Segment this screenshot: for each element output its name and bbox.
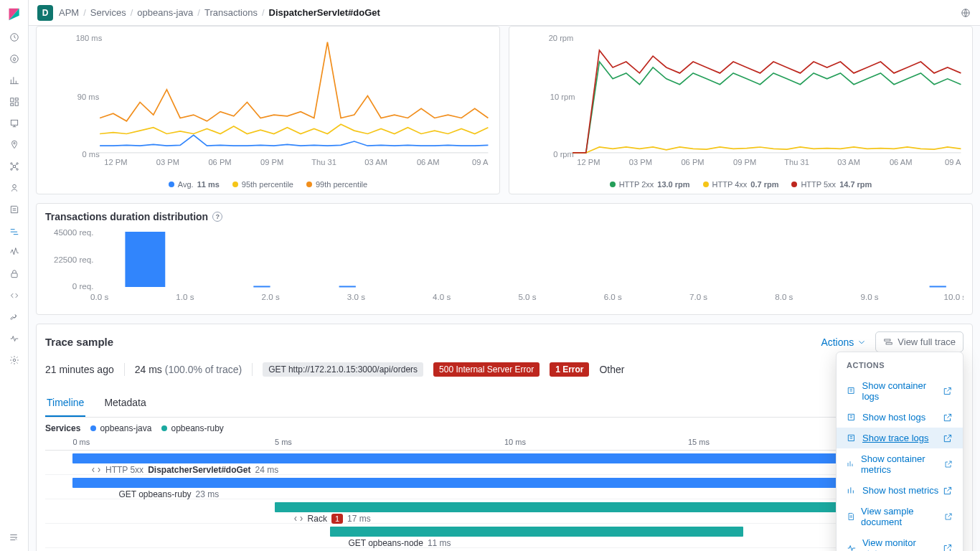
popover-item[interactable]: Show container metrics (837, 448, 963, 480)
logs-icon[interactable] (9, 204, 20, 215)
distribution-title: Transactions duration distribution (45, 211, 208, 222)
legend-5xx: HTTP 5xx (801, 180, 836, 189)
metrics-icon[interactable] (9, 182, 20, 194)
duration-chart-panel: 180 ms 90 ms 0 ms 12 PM03 PM06 PM09 PMTh… (36, 26, 500, 194)
maps-icon[interactable] (9, 139, 20, 151)
breadcrumb-apm[interactable]: APM (59, 7, 79, 18)
svg-rect-60 (886, 342, 892, 344)
rpm-legend: HTTP 2xx 13.0 rpm HTTP 4xx 0.7 rpm HTTP … (517, 177, 965, 192)
svg-text:2.0 s: 2.0 s (262, 293, 281, 301)
svg-text:45000 req.: 45000 req. (54, 229, 94, 237)
breadcrumb-service[interactable]: opbeans-java (137, 7, 193, 18)
actions-popover: ACTIONS Show container logsShow host log… (836, 352, 963, 551)
legend-95th: 95th percentile (242, 180, 293, 189)
popover-item[interactable]: Show host metrics (837, 480, 963, 501)
external-link-icon (943, 433, 953, 443)
svg-rect-47 (930, 286, 946, 287)
service-java: opbeans-java (100, 423, 151, 433)
svg-text:12 PM: 12 PM (104, 158, 127, 166)
svg-point-9 (10, 163, 11, 164)
svg-text:09 A: 09 A (945, 158, 961, 166)
svg-text:0 req.: 0 req. (72, 283, 94, 291)
svg-text:12 PM: 12 PM (577, 158, 600, 166)
actions-dropdown[interactable]: Actions (821, 336, 867, 348)
external-link-icon (943, 543, 953, 551)
svg-point-7 (13, 143, 14, 144)
apm-icon[interactable] (9, 225, 20, 237)
span-row[interactable]: Rack117 ms (45, 499, 963, 524)
external-link-icon (943, 413, 953, 423)
tab-timeline[interactable]: Timeline (45, 390, 85, 417)
duration-chart: 180 ms 90 ms 0 ms 12 PM03 PM06 PM09 PMTh… (44, 31, 492, 177)
svg-text:22500 req.: 22500 req. (54, 256, 94, 264)
space-badge[interactable]: D (37, 5, 53, 21)
span-row[interactable]: GET opbeans-ruby23 ms (45, 475, 963, 499)
services-label: Services (45, 423, 80, 433)
timeline: 0 ms 5 ms 10 ms 15 ms 24 ms HTTP 5xxDisp… (45, 438, 963, 548)
recent-icon[interactable] (9, 32, 20, 43)
breadcrumb-transactions[interactable]: Transactions (204, 7, 258, 18)
svg-text:09 PM: 09 PM (260, 158, 283, 166)
svg-text:7.0 s: 7.0 s (689, 293, 708, 301)
svg-text:8.0 s: 8.0 s (775, 293, 793, 301)
stack-icon[interactable] (9, 311, 20, 323)
svg-text:0 ms: 0 ms (83, 149, 100, 158)
breadcrumb-current: DispatcherServlet#doGet (269, 7, 380, 18)
canvas-icon[interactable] (9, 118, 20, 129)
discover-icon[interactable] (9, 53, 20, 65)
popover-item[interactable]: View sample document (837, 501, 963, 532)
breadcrumb: APM/ Services/ opbeans-java/ Transaction… (59, 7, 380, 18)
popover-item[interactable]: Show container logs (837, 375, 963, 407)
svg-rect-3 (15, 98, 18, 100)
svg-text:0 rpm: 0 rpm (553, 149, 574, 158)
svg-text:03 PM: 03 PM (156, 158, 179, 166)
trace-sample-panel: Trace sample Actions View full trace AC (36, 324, 973, 551)
trace-age: 21 minutes ago (45, 364, 114, 375)
kibana-logo-icon[interactable] (7, 7, 22, 22)
globe-icon[interactable] (960, 7, 971, 19)
popover-item[interactable]: View monitor status (837, 532, 963, 551)
content-area: 180 ms 90 ms 0 ms 12 PM03 PM06 PM09 PMTh… (29, 26, 980, 551)
left-sidebar (0, 0, 29, 551)
svg-text:4.0 s: 4.0 s (433, 293, 451, 301)
siem-icon[interactable] (9, 268, 20, 280)
popover-item[interactable]: Show trace logs (837, 428, 963, 448)
devtools-icon[interactable] (9, 290, 20, 301)
breadcrumb-services[interactable]: Services (90, 7, 126, 18)
service-ruby: opbeans-ruby (171, 423, 223, 433)
help-icon[interactable]: ? (212, 212, 222, 222)
svg-rect-5 (10, 103, 13, 105)
ml-icon[interactable] (9, 161, 20, 172)
monitoring-icon[interactable] (9, 333, 20, 344)
svg-rect-4 (15, 102, 18, 105)
svg-text:10.0 s: 10.0 s (944, 293, 963, 301)
collapse-nav-icon[interactable] (9, 532, 20, 544)
span-row[interactable]: HTTP 5xxDispatcherServlet#doGet24 ms (45, 451, 963, 475)
tab-metadata[interactable]: Metadata (103, 390, 147, 417)
svg-text:90 ms: 90 ms (77, 93, 100, 101)
svg-text:03 PM: 03 PM (629, 158, 652, 166)
trace-icon (883, 337, 893, 347)
svg-point-1 (10, 55, 18, 63)
svg-text:Thu 31: Thu 31 (311, 158, 336, 166)
management-icon[interactable] (9, 354, 20, 366)
svg-rect-45 (253, 286, 270, 287)
trace-duration: 24 ms (100.0% of trace) (135, 364, 242, 375)
uptime-icon[interactable] (9, 247, 20, 258)
time-axis: 0 ms 5 ms 10 ms 15 ms 24 ms (45, 438, 963, 451)
svg-text:1.0 s: 1.0 s (176, 293, 194, 301)
dashboard-icon[interactable] (9, 96, 20, 108)
error-tag[interactable]: 1 Error (550, 362, 589, 377)
svg-text:06 PM: 06 PM (208, 158, 231, 166)
view-full-trace-button[interactable]: View full trace (875, 331, 963, 352)
status-tag: 500 Internal Server Error (433, 362, 540, 377)
span-row[interactable]: GET opbeans-node11 ms (45, 524, 963, 548)
svg-text:09 PM: 09 PM (733, 158, 756, 166)
external-link-icon (944, 512, 953, 522)
legend-4xx: HTTP 4xx (712, 180, 748, 189)
svg-text:03 AM: 03 AM (364, 158, 387, 166)
svg-point-12 (16, 169, 17, 170)
trace-other: Other (599, 364, 624, 375)
visualize-icon[interactable] (9, 75, 20, 86)
popover-item[interactable]: Show host logs (837, 407, 963, 428)
